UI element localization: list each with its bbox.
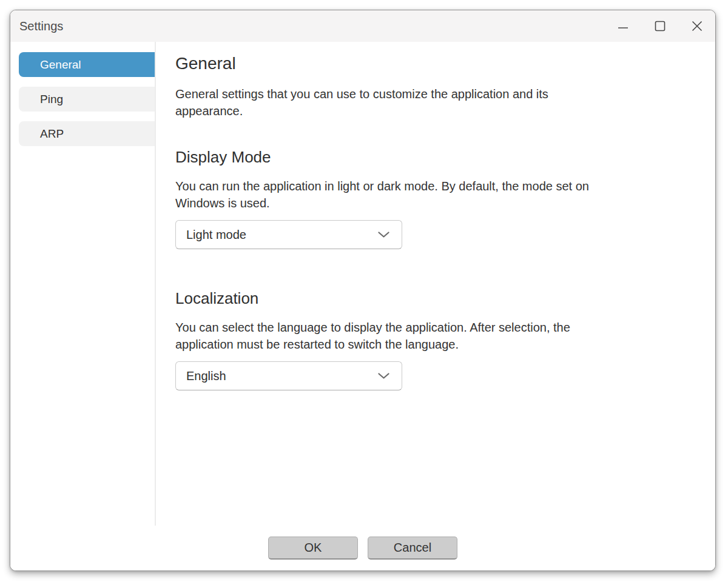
close-icon	[692, 21, 703, 32]
sidebar-item-ping[interactable]: Ping	[19, 87, 155, 112]
page-title: General	[175, 54, 697, 73]
section-description-display-mode: You can run the application in light or …	[175, 178, 615, 212]
main-row: General Ping ARP General General setting…	[10, 42, 715, 526]
section-heading-display-mode: Display Mode	[175, 148, 697, 167]
language-dropdown[interactable]: English	[175, 361, 402, 390]
section-description-localization: You can select the language to display t…	[175, 319, 615, 353]
chevron-down-icon	[378, 232, 389, 238]
display-mode-dropdown[interactable]: Light mode	[175, 220, 402, 249]
ok-button[interactable]: OK	[268, 537, 358, 560]
page-description: General settings that you can use to cus…	[175, 85, 615, 119]
titlebar: Settings	[10, 10, 715, 42]
sidebar: General Ping ARP	[10, 42, 156, 526]
sidebar-item-general[interactable]: General	[19, 52, 155, 77]
sidebar-item-label: General	[40, 58, 81, 72]
settings-window: Settings	[10, 10, 716, 571]
display-mode-dropdown-value: Light mode	[186, 228, 246, 242]
window-controls	[604, 10, 715, 42]
chevron-down-icon	[378, 373, 389, 380]
minimize-icon	[618, 21, 629, 32]
content-panel: General General settings that you can us…	[156, 42, 715, 526]
maximize-icon	[655, 21, 666, 32]
maximize-button[interactable]	[641, 10, 678, 42]
cancel-button[interactable]: Cancel	[368, 537, 457, 560]
minimize-button[interactable]	[604, 10, 641, 42]
sidebar-item-label: Ping	[40, 93, 63, 106]
section-heading-localization: Localization	[175, 289, 697, 308]
window-title: Settings	[10, 19, 63, 33]
sidebar-item-label: ARP	[40, 127, 64, 141]
close-button[interactable]	[678, 10, 715, 42]
sidebar-item-arp[interactable]: ARP	[19, 121, 155, 146]
language-dropdown-value: English	[186, 369, 226, 383]
dialog-footer: OK Cancel	[10, 526, 715, 570]
